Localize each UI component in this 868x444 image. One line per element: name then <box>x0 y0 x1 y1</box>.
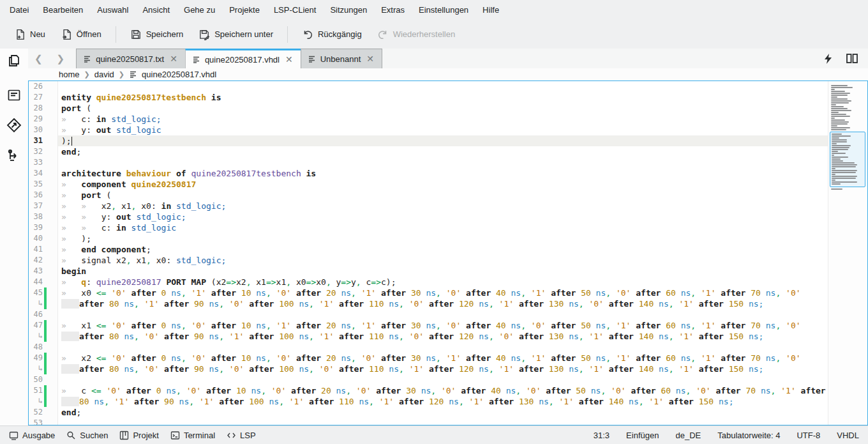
token-chr: '1' <box>469 397 484 406</box>
code-line[interactable]: 31); <box>29 135 828 146</box>
token-txt <box>454 364 459 374</box>
code-line[interactable]: 51» c <= '0' after 0 ns, '0' after 10 ns… <box>29 385 828 396</box>
statusbar-search-toggle[interactable]: Suchen <box>63 431 116 440</box>
code-line[interactable]: 53 <box>29 418 828 425</box>
code-line[interactable]: 34architecture behaviour of quine2025081… <box>29 168 828 179</box>
menu-item-ansicht[interactable]: Ansicht <box>135 0 177 20</box>
token-unit: ns <box>569 299 579 309</box>
menu-item-hilfe[interactable]: Hilfe <box>475 0 506 20</box>
symbols-tree-icon[interactable] <box>6 148 22 164</box>
menu-item-sitzungen[interactable]: Sitzungen <box>323 0 374 20</box>
documents-icon[interactable] <box>6 53 22 68</box>
breadcrumb-item-david[interactable]: david <box>94 70 114 79</box>
statusbar-syntax-mode[interactable]: VHDL <box>820 431 859 440</box>
minimap-scrollbar[interactable] <box>828 81 867 425</box>
annotations-list-icon[interactable] <box>6 88 22 103</box>
code-line-wrap[interactable]: ↳after 80 ns, '1' after 90 ns, '0' after… <box>29 298 828 309</box>
statusbar-dictionary[interactable]: de_DE <box>659 431 701 440</box>
code-line[interactable]: 29» c: in std_logic; <box>29 114 828 125</box>
menu-item-lsp-client[interactable]: LSP-CLient <box>267 0 323 20</box>
breadcrumb-item-home[interactable]: home <box>59 70 80 79</box>
code-line[interactable]: 40» ); <box>29 233 828 244</box>
code-line[interactable]: 38» » y: out std_logic; <box>29 211 828 222</box>
minimap-line <box>831 98 848 100</box>
code-line[interactable]: 39» » c: in std_logic <box>29 222 828 233</box>
undo-button[interactable]: Rückgängig <box>294 24 370 45</box>
statusbar-tab-width[interactable]: Tabulatorweite: 4 <box>701 431 780 440</box>
menu-item-datei[interactable]: Datei <box>3 0 36 20</box>
token-chr: '0' <box>441 386 456 395</box>
git-diamond-icon[interactable] <box>6 117 22 134</box>
code-line[interactable]: 45» x0 <= '0' after 0 ns, '1' after 10 n… <box>29 287 828 298</box>
menu-item-projekte[interactable]: Projekte <box>222 0 267 20</box>
code-line[interactable]: 33 <box>29 157 828 168</box>
code-line[interactable]: 28port ( <box>29 103 828 114</box>
menu-item-bearbeiten[interactable]: Bearbeiten <box>36 0 90 20</box>
code-line[interactable]: 43begin <box>29 266 828 277</box>
tab-next-icon[interactable]: ❯ <box>57 53 65 65</box>
code-line[interactable]: 44» q: quine20250817 PORT MAP (x2=>x2, x… <box>29 277 828 287</box>
tab-close-icon[interactable]: ✕ <box>284 54 294 65</box>
code-line-wrap[interactable]: ↳after 80 ns, '0' after 90 ns, '0' after… <box>29 364 828 374</box>
code-line[interactable]: 37» » x2, x1, x0: in std_logic; <box>29 201 828 211</box>
minimap-line <box>832 143 837 144</box>
code-line[interactable]: 30» y: out std_logic <box>29 125 828 135</box>
wrap-indent-fill <box>61 397 79 406</box>
breadcrumb-filename[interactable]: quine20250817.vhdl <box>142 70 216 79</box>
tab-quine20250817-txt[interactable]: quine20250817.txt✕ <box>76 49 186 68</box>
code-line[interactable]: 50 <box>29 374 828 385</box>
code-line[interactable]: 49» x2 <= '0' after 0 ns, '0' after 10 n… <box>29 353 828 364</box>
new-button[interactable]: Neu <box>6 24 53 45</box>
tab-quine20250817-vhdl[interactable]: quine20250817.vhdl✕ <box>185 49 301 68</box>
statusbar-insert-mode[interactable]: Einfügen <box>610 431 659 440</box>
menu-item-einstellungen[interactable]: Einstellungen <box>412 0 475 20</box>
menu-item-gehe-zu[interactable]: Gehe zu <box>177 0 222 20</box>
token-txt <box>291 321 296 330</box>
token-txt <box>271 321 276 330</box>
code-line[interactable]: 26 <box>29 81 828 92</box>
statusbar-output-toggle[interactable]: Ausgabe <box>5 431 63 440</box>
minimap-viewport[interactable] <box>830 132 865 187</box>
code-line-wrap[interactable]: ↳after 80 ns, '0' after 90 ns, '1' after… <box>29 331 828 342</box>
split-view-icon[interactable] <box>846 54 858 63</box>
tab-unbenannt[interactable]: Unbenannt✕ <box>301 49 382 68</box>
code-text: » » y: out std_logic; <box>58 211 828 222</box>
redo-button[interactable]: Wiederherstellen <box>370 24 463 45</box>
tab-close-icon[interactable]: ✕ <box>168 54 179 64</box>
save-button[interactable]: Speichern <box>123 24 191 45</box>
token-num: 110 <box>369 364 384 374</box>
code-line[interactable]: 46 <box>29 309 828 320</box>
token-unit: ns <box>766 321 776 330</box>
code-line[interactable]: 42» signal x2, x1, x0: std_logic; <box>29 255 828 266</box>
code-line[interactable]: 32end; <box>29 146 828 157</box>
statusbar-lsp-toggle[interactable]: LSP <box>223 431 264 440</box>
statusbar-cursor-pos[interactable]: 31:3 <box>577 431 610 440</box>
menu-item-extras[interactable]: Extras <box>374 0 412 20</box>
statusbar-project-toggle[interactable]: Projekt <box>116 431 166 440</box>
token-op: , <box>669 299 674 309</box>
code-line[interactable]: 48 <box>29 342 828 353</box>
code-line[interactable]: 47» x1 <= '0' after 0 ns, '0' after 10 n… <box>29 320 828 331</box>
tab-close-icon[interactable]: ✕ <box>365 54 375 64</box>
token-txt <box>231 386 236 395</box>
token-num: 60 <box>666 353 676 363</box>
quick-open-lightning-icon[interactable] <box>824 54 832 64</box>
token-kw: after <box>164 299 189 309</box>
code-editor[interactable]: 2627entity quine20250817testbench is28po… <box>29 81 828 425</box>
open-button[interactable]: Öffnen <box>53 24 109 45</box>
token-num: 90 <box>194 332 204 341</box>
code-line[interactable]: 41» end component; <box>29 244 828 255</box>
toolbar-button-label: Rückgängig <box>318 29 362 39</box>
menu-item-auswahl[interactable]: Auswahl <box>90 0 135 20</box>
minimap-line <box>832 180 835 181</box>
code-line-wrap[interactable]: ↳80 ns, '1' after 90 ns, '1' after 100 n… <box>29 396 828 407</box>
statusbar-encoding[interactable]: UTF-8 <box>780 431 820 440</box>
code-line[interactable]: 36» port ( <box>29 190 828 201</box>
code-line[interactable]: 52end; <box>29 407 828 418</box>
code-line[interactable]: 27entity quine20250817testbench is <box>29 92 828 103</box>
minimap-line <box>832 176 857 177</box>
saveas-button[interactable]: Speichern unter <box>191 24 281 45</box>
tab-prev-icon[interactable]: ❮ <box>34 53 43 65</box>
statusbar-terminal-toggle[interactable]: Terminal <box>167 431 223 440</box>
code-line[interactable]: 35» component quine20250817 <box>29 179 828 190</box>
